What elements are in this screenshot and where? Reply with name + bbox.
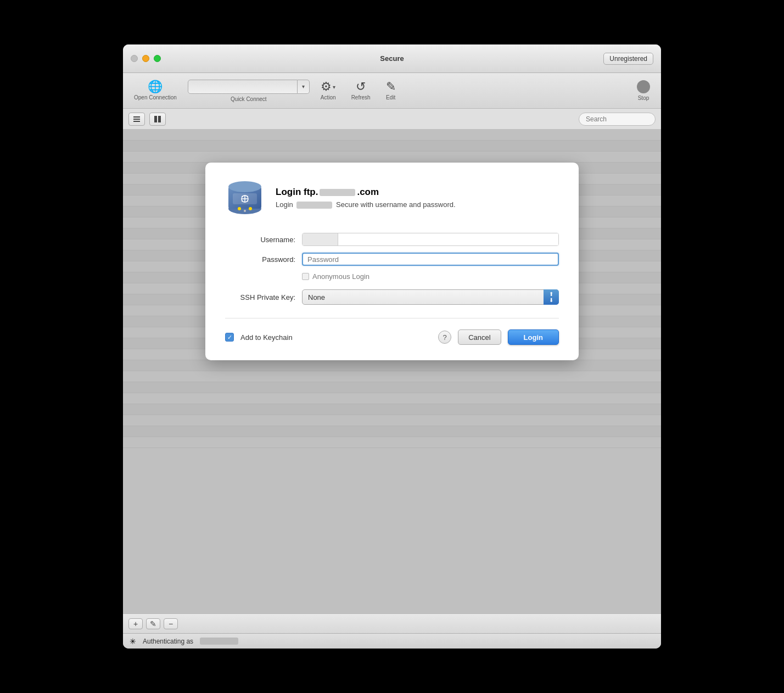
action-label: Action [321,94,336,100]
action-icon-wrap: ⚙ ▾ [321,81,335,93]
svg-rect-2 [133,121,140,122]
anonymous-login-checkbox[interactable] [302,273,309,280]
svg-point-13 [244,210,246,212]
quick-connect-area: ▾ [188,80,310,94]
status-username-redacted [200,638,238,645]
quick-connect-dropdown[interactable]: ▾ [298,80,310,94]
ssh-select-wrap: None ⬆⬇ [302,289,559,305]
password-input[interactable] [302,253,559,266]
refresh-icon: ↺ [356,81,366,93]
modal-overlay: Login ftp..com Login Secure with usernam… [123,130,661,613]
bottom-toolbar: + ✎ − [123,613,661,633]
login-button[interactable]: Login [508,329,559,345]
svg-rect-4 [158,116,161,122]
main-content: Login ftp..com Login Secure with usernam… [123,130,661,613]
modal-divider [225,318,559,318]
svg-point-12 [238,207,241,210]
modal-title: Login ftp..com [276,187,456,198]
open-connection-button[interactable]: 🌐 Open Connection [130,79,181,103]
refresh-label: Refresh [351,94,371,100]
modal-subtitle: Login Secure with username and password. [276,200,456,209]
list-view-icon [133,115,141,123]
modal-title-text: Login ftp. [276,187,318,197]
close-button[interactable] [131,55,138,62]
username-label: Username: [225,236,302,244]
ssh-key-label: SSH Private Key: [225,293,302,301]
remove-bookmark-button[interactable]: − [164,618,178,629]
anonymous-login-label: Anonymous Login [312,272,369,281]
open-connection-label: Open Connection [134,94,177,100]
traffic-lights [131,55,161,62]
hostname-redacted [320,189,355,196]
add-to-keychain-checkbox[interactable]: ✓ [225,333,234,342]
modal-title-suffix: .com [357,187,379,197]
subtitle-middle: Secure with username and password. [336,200,456,209]
maximize-button[interactable] [154,55,161,62]
action-dropdown-arrow: ▾ [333,84,335,90]
gear-icon: ⚙ [321,81,332,93]
edit-button[interactable]: ✎ Edit [382,79,400,103]
svg-point-14 [249,207,252,210]
quick-connect-label: Quick Connect [231,96,267,102]
unregistered-button[interactable]: Unregistered [603,53,653,65]
globe-add-icon: 🌐 [148,81,163,93]
view-column-button[interactable] [149,113,166,126]
login-form: Username: Password: Anonym [225,233,559,305]
action-button[interactable]: ⚙ ▾ Action [316,79,340,103]
main-window: Secure Unregistered 🌐 Open Connection ▾ … [123,44,661,649]
username-row: Username: [225,233,559,246]
column-view-icon [154,115,161,123]
login-modal: Login ftp..com Login Secure with usernam… [205,163,579,360]
svg-rect-0 [133,116,140,118]
cancel-button[interactable]: Cancel [458,329,501,345]
toolbar: 🌐 Open Connection ▾ Quick Connect ⚙ ▾ Ac… [123,73,661,109]
view-list-button[interactable] [128,113,145,126]
pencil-icon: ✎ [386,81,396,93]
ftp-server-icon [225,178,265,217]
password-row: Password: [225,253,559,266]
username-field-wrap [302,233,559,246]
search-input[interactable] [579,113,656,126]
status-bar: ✳ Authenticating as [123,633,661,649]
quick-connect-input[interactable] [188,80,298,94]
subtitle-prefix: Login [276,200,293,209]
stop-button[interactable]: Stop [632,78,654,103]
edit-bookmark-button[interactable]: ✎ [146,618,160,629]
password-label: Password: [225,255,302,264]
secondary-toolbar [123,109,661,130]
status-text: Authenticating as [143,638,193,645]
add-bookmark-button[interactable]: + [128,618,143,629]
modal-footer: ✓ Add to Keychain ? Cancel Login [225,329,559,345]
window-title: Secure [380,54,404,63]
refresh-button[interactable]: ↺ Refresh [347,79,375,103]
ssh-key-select[interactable]: None [302,289,559,305]
svg-point-7 [228,181,261,192]
username-input[interactable] [338,233,558,245]
modal-title-area: Login ftp..com Login Secure with usernam… [276,187,456,209]
minimize-button[interactable] [142,55,149,62]
titlebar: Secure Unregistered [123,44,661,73]
add-to-keychain-label: Add to Keychain [240,333,293,342]
loading-spinner: ✳ [130,637,138,646]
svg-rect-1 [133,119,140,120]
help-button[interactable]: ? [438,331,451,344]
stop-icon [637,80,650,93]
edit-label: Edit [386,94,395,100]
svg-rect-3 [154,116,157,122]
stop-label: Stop [638,95,649,101]
username-redacted [296,202,332,209]
username-prefix-redacted [303,233,338,245]
anonymous-login-row: Anonymous Login [302,272,559,281]
ssh-key-row: SSH Private Key: None ⬆⬇ [225,289,559,305]
modal-header: Login ftp..com Login Secure with usernam… [225,178,559,217]
